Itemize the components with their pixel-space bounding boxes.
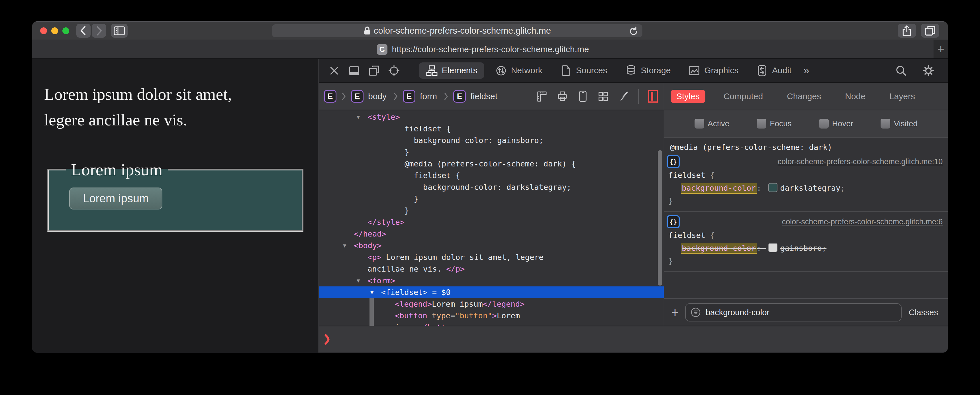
address-url: color-scheme-prefers-color-scheme.glitch…	[374, 25, 551, 36]
more-tabs-button[interactable]: »	[803, 65, 809, 76]
filter-field[interactable]	[685, 303, 902, 322]
dom-row[interactable]: </style>	[319, 216, 664, 228]
lock-icon	[364, 26, 371, 35]
close-inspector-icon[interactable]	[326, 63, 342, 79]
checkbox[interactable]	[695, 119, 704, 129]
device-icon[interactable]	[577, 90, 589, 102]
page-button[interactable]: Lorem ipsum	[69, 188, 162, 209]
checkbox[interactable]	[819, 119, 829, 129]
sidebar-tab-styles[interactable]: Styles	[671, 90, 705, 103]
new-rule-button[interactable]: +	[671, 307, 679, 318]
dom-row[interactable]: </head>	[319, 228, 664, 240]
checkbox[interactable]	[757, 119, 766, 129]
dom-token: Lorem ipsum	[432, 299, 483, 308]
minimize-window-button[interactable]	[51, 27, 58, 34]
element-badge[interactable]: E	[324, 90, 336, 103]
back-button[interactable]	[76, 24, 91, 38]
reload-icon[interactable]	[629, 27, 638, 36]
rule-selector[interactable]: fieldset	[668, 231, 705, 240]
tab-bar: C https://color-scheme-prefers-color-sch…	[32, 40, 948, 59]
inspector-tab-storage[interactable]: Storage	[618, 62, 678, 79]
dom-token: </style>	[368, 218, 404, 226]
new-tab-button[interactable]: +	[934, 40, 948, 59]
tab-overview-button[interactable]	[921, 24, 939, 38]
address-bar[interactable]: color-scheme-prefers-color-scheme.glitch…	[272, 24, 643, 37]
expander-triangle-icon[interactable]: ▼	[343, 240, 346, 252]
css-declaration[interactable]: background-color: darkslategray;	[664, 182, 948, 194]
dom-row[interactable]: ▼<form>	[319, 275, 664, 287]
pseudo-toggle-active[interactable]: Active	[695, 119, 729, 129]
dom-row[interactable]: }	[319, 146, 664, 158]
dom-token: <form>	[368, 276, 395, 285]
sidebar-tab-changes[interactable]: Changes	[781, 90, 827, 103]
inspector-tab-elements[interactable]: Elements	[419, 62, 484, 79]
curly-braces-icon[interactable]: {}	[667, 215, 680, 228]
breadcrumb-item-fieldset[interactable]: fieldset	[470, 91, 497, 101]
expander-triangle-icon[interactable]: ▼	[357, 111, 360, 123]
dom-token: @media (prefers-color-scheme: dark) {	[368, 159, 576, 168]
dom-tree[interactable]: ▼<style> fieldset { background-color: ga…	[319, 110, 664, 326]
storage-icon	[625, 65, 637, 76]
print-styles-icon[interactable]	[556, 90, 568, 102]
sidebar-tab-node[interactable]: Node	[839, 90, 871, 103]
curly-braces-icon[interactable]: {}	[667, 155, 680, 168]
element-picker-icon[interactable]	[386, 63, 402, 79]
graphics-icon	[688, 65, 700, 76]
dom-row[interactable]: ancillae ne vis. </p>	[319, 263, 664, 275]
dom-scrollbar-thumb[interactable]	[658, 150, 662, 285]
breadcrumb-item-body[interactable]: body	[368, 91, 387, 101]
rule-selector[interactable]: fieldset	[668, 171, 705, 180]
undock-icon[interactable]	[366, 63, 382, 79]
gear-icon[interactable]	[920, 63, 936, 79]
breadcrumb-item-form[interactable]: form	[420, 91, 437, 101]
sidebar-toggle-button[interactable]	[111, 24, 127, 38]
sidebar-tab-layers[interactable]: Layers	[884, 90, 921, 103]
rulers-icon[interactable]	[536, 90, 548, 102]
inspector-tab-sources[interactable]: Sources	[553, 62, 614, 79]
dom-row[interactable]: }	[319, 193, 664, 205]
expander-triangle-icon[interactable]: ▼	[357, 275, 360, 287]
rule-source-link[interactable]: color-scheme-prefers-color-scheme.glitch…	[778, 157, 943, 166]
dom-row[interactable]: fieldset {	[319, 170, 664, 181]
element-badge[interactable]: E	[403, 90, 415, 103]
console-chevron-icon	[324, 333, 332, 346]
close-window-button[interactable]	[40, 27, 47, 34]
element-badge[interactable]: E	[453, 90, 466, 103]
classes-button[interactable]: Classes	[909, 308, 941, 317]
pseudo-toggle-focus[interactable]: Focus	[757, 119, 791, 129]
dom-row[interactable]: <p> Lorem ipsum dolor sit amet, legere	[319, 252, 664, 263]
style-filter-input[interactable]	[705, 307, 897, 317]
dom-row[interactable]: ▼<style>	[319, 111, 664, 123]
rule-source-link[interactable]: color-scheme-prefers-color-scheme.glitch…	[782, 217, 943, 226]
forward-button[interactable]	[92, 24, 106, 38]
css-property-value: gainsboro	[780, 244, 822, 253]
dom-row[interactable]: ▼<body>	[319, 240, 664, 252]
dom-row-selected[interactable]: ▼<fieldset> = $0	[319, 287, 664, 298]
dom-row[interactable]: fieldset {	[319, 123, 664, 134]
visual-edit-icon[interactable]	[617, 90, 630, 102]
color-swatch[interactable]	[768, 243, 778, 252]
checkbox[interactable]	[881, 119, 890, 129]
inspector-tab-network[interactable]: Network	[488, 62, 549, 79]
css-declaration[interactable]: background-color: gainsboro;	[664, 242, 948, 255]
share-button[interactable]	[898, 24, 916, 38]
sidebar-tab-computed[interactable]: Computed	[718, 90, 768, 103]
dom-row[interactable]: background-color: gainsboro;	[319, 134, 664, 146]
zoom-window-button[interactable]	[62, 27, 69, 34]
console-prompt-bar[interactable]	[319, 326, 948, 352]
active-tab[interactable]: C https://color-scheme-prefers-color-sch…	[32, 40, 934, 59]
force-appearance-icon[interactable]	[647, 89, 659, 103]
dom-row[interactable]: background-color: darkslategray;	[319, 181, 664, 193]
color-swatch[interactable]	[768, 183, 778, 192]
dom-row[interactable]: }	[319, 205, 664, 216]
search-icon[interactable]	[893, 63, 909, 79]
pseudo-toggle-hover[interactable]: Hover	[819, 119, 854, 129]
expander-triangle-icon[interactable]: ▼	[370, 287, 374, 298]
inspector-tab-audit[interactable]: Audit	[749, 62, 798, 79]
inspector-tab-graphics[interactable]: Graphics	[681, 62, 745, 79]
pseudo-toggle-visited[interactable]: Visited	[881, 119, 918, 129]
grid-overlay-icon[interactable]	[597, 90, 609, 102]
dock-bottom-icon[interactable]	[346, 63, 362, 79]
dom-row[interactable]: @media (prefers-color-scheme: dark) {	[319, 158, 664, 170]
element-badge[interactable]: E	[351, 90, 364, 103]
